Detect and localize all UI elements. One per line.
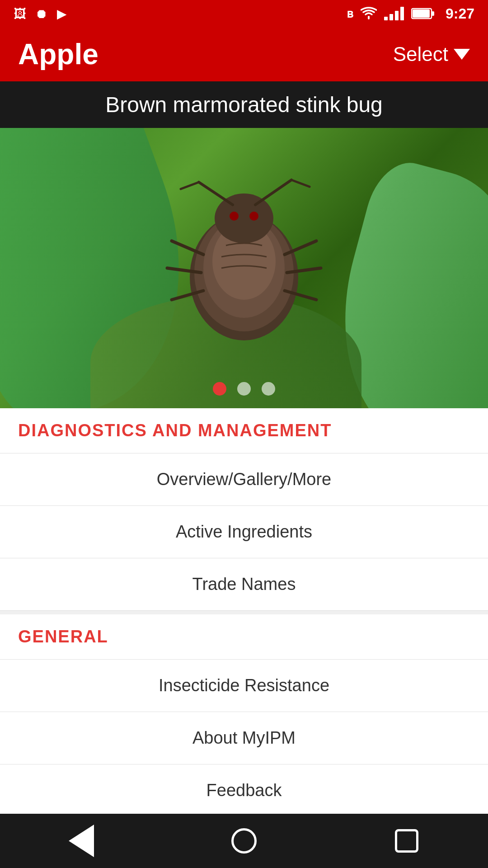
app-header: Apple Select xyxy=(0,27,488,81)
diagnostics-section-header: DIAGNOSTICS AND MANAGEMENT xyxy=(0,408,488,453)
signal-icon xyxy=(384,7,404,20)
photo-icon: 🖼 xyxy=(14,6,26,21)
menu-item-overview[interactable]: Overview/Gallery/More xyxy=(0,453,488,506)
status-bar-left-icons: 🖼 ⏺ ▶ xyxy=(14,6,67,21)
svg-rect-5 xyxy=(432,11,434,16)
play-icon: ▶ xyxy=(57,6,67,21)
status-bar: 🖼 ⏺ ▶ ʙ 9:27 xyxy=(0,0,488,27)
status-bar-right-icons: ʙ 9:27 xyxy=(347,5,474,22)
bluetooth-icon: ʙ xyxy=(347,7,353,21)
svg-rect-2 xyxy=(395,11,399,20)
home-icon xyxy=(231,828,257,854)
menu-item-trade-names[interactable]: Trade Names xyxy=(0,558,488,611)
svg-line-15 xyxy=(291,180,310,187)
svg-point-22 xyxy=(230,212,239,221)
svg-line-13 xyxy=(255,180,291,205)
menu-item-feedback-label: Feedback xyxy=(206,781,282,800)
image-carousel[interactable] xyxy=(0,128,488,408)
diagnostics-section-label: DIAGNOSTICS AND MANAGEMENT xyxy=(18,421,332,440)
menu-item-active-ingredients[interactable]: Active Ingredients xyxy=(0,506,488,558)
menu-item-about-myipm[interactable]: About MyIPM xyxy=(0,712,488,764)
nav-bar xyxy=(0,814,488,868)
svg-point-23 xyxy=(249,212,258,221)
general-section-label: GENERAL xyxy=(18,627,108,646)
general-section-header: GENERAL xyxy=(0,611,488,660)
menu-item-active-ingredients-label: Active Ingredients xyxy=(176,522,312,541)
time-display: 9:27 xyxy=(446,5,474,22)
menu-item-about-myipm-label: About MyIPM xyxy=(192,728,296,747)
svg-rect-3 xyxy=(400,7,404,20)
bug-image-background xyxy=(0,128,488,408)
svg-line-14 xyxy=(181,182,199,189)
back-icon xyxy=(69,825,94,857)
chevron-down-icon xyxy=(454,49,470,60)
svg-rect-1 xyxy=(389,14,393,20)
menu-item-trade-names-label: Trade Names xyxy=(192,575,296,594)
nav-home-button[interactable] xyxy=(226,823,262,859)
select-label: Select xyxy=(393,43,448,66)
carousel-dot-1[interactable] xyxy=(237,382,251,396)
nav-back-button[interactable] xyxy=(63,823,99,859)
menu-item-insecticide-resistance[interactable]: Insecticide Resistance xyxy=(0,660,488,712)
carousel-dot-2[interactable] xyxy=(262,382,275,396)
bug-title-banner: Brown marmorated stink bug xyxy=(0,81,488,128)
carousel-dots xyxy=(213,382,275,396)
wifi-icon xyxy=(361,7,377,20)
menu-item-insecticide-resistance-label: Insecticide Resistance xyxy=(159,676,329,695)
select-dropdown[interactable]: Select xyxy=(393,43,470,66)
menu-item-feedback[interactable]: Feedback xyxy=(0,764,488,817)
nav-recents-button[interactable] xyxy=(389,823,425,859)
recents-icon xyxy=(395,829,418,853)
svg-rect-6 xyxy=(413,9,430,18)
app-title: Apple xyxy=(18,38,99,71)
svg-line-12 xyxy=(199,182,233,205)
main-content: Brown marmorated stink bug xyxy=(0,81,488,868)
bug-illustration xyxy=(163,173,325,363)
svg-point-11 xyxy=(215,193,273,243)
menu-item-overview-label: Overview/Gallery/More xyxy=(157,470,331,489)
record-icon: ⏺ xyxy=(35,6,48,21)
battery-icon xyxy=(411,7,435,20)
svg-rect-0 xyxy=(384,17,388,20)
carousel-dot-0[interactable] xyxy=(213,382,226,396)
bug-title: Brown marmorated stink bug xyxy=(105,93,383,117)
